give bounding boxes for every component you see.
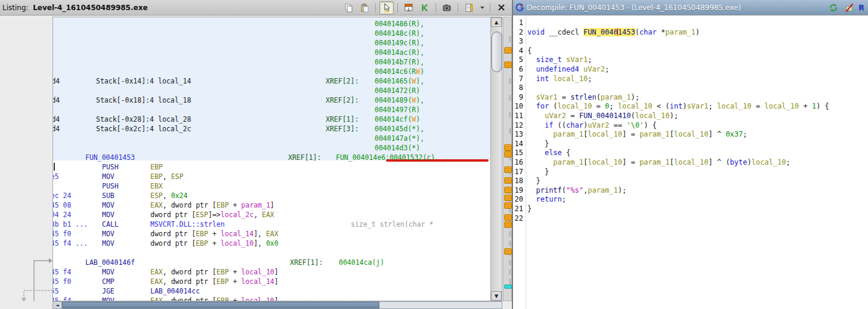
listing-row[interactable]: 0040145783 ec 24SUBESP, 0x24 <box>53 191 490 200</box>
code-compare-icon[interactable] <box>418 1 432 14</box>
bookmark-icon[interactable] <box>504 61 512 68</box>
paste-icon[interactable] <box>357 1 372 14</box>
bookmark-icon[interactable] <box>504 144 512 151</box>
decompiler-line[interactable]: 16 param_1[local_10] = param_1[local_10]… <box>513 157 868 167</box>
horizontal-scroll-thumb[interactable] <box>62 302 379 308</box>
listing-row[interactable]: 0040146589 45 f0MOVdword ptr [EBP + loca… <box>53 229 490 239</box>
decompiler-line[interactable]: 15 else { <box>513 148 868 157</box>
listing-row[interactable]: 004014ac(R), <box>53 48 490 57</box>
decompiler-line[interactable]: 10 for (local_10 = 0; local_10 < (int)sV… <box>513 101 868 111</box>
listing-row[interactable]: undefined4Stack[-0x18]:4local_18XREF[2]:… <box>53 95 490 105</box>
decompiler-line[interactable]: 3 <box>513 36 868 46</box>
listing-titlebar[interactable]: Listing: Level-4_1610450489985.exe <box>0 0 512 16</box>
bookmark-icon[interactable] <box>504 151 512 157</box>
partial-r-icon[interactable]: R <box>858 1 864 14</box>
bookmark-icon[interactable] <box>504 221 512 228</box>
refresh-icon[interactable] <box>826 1 841 14</box>
bookmark-icon[interactable] <box>504 177 512 184</box>
bookmark-icon[interactable] <box>504 248 512 255</box>
decompiler-line[interactable]: 5 size_t sVar1; <box>513 55 868 64</box>
decompiler-code-view[interactable]: 12void __cdecl FUN_00401453(char *param_… <box>513 16 868 309</box>
toolbar-separator <box>458 3 458 13</box>
decompiler-line[interactable]: 6 undefined4 uVar2; <box>513 64 868 74</box>
listing-row[interactable]: 004014c6(RW) <box>53 67 490 76</box>
close-icon[interactable] <box>494 1 508 14</box>
listing-row[interactable]: 0040146f8b 45 f4MOVEAX, dword ptr [EBP +… <box>53 267 490 277</box>
listing-row[interactable]: 004014d3(*) <box>53 143 490 153</box>
line-number: 22 <box>513 214 523 223</box>
bookmark-icon[interactable] <box>504 194 512 201</box>
line-number: 18 <box>513 176 523 186</box>
decompiler-title: Decompile: FUN_00401453 - (Level-4_16104… <box>524 4 741 12</box>
listing-row[interactable]: 0040145489 e5MOVEBP, ESP <box>53 172 490 181</box>
bookmark-icon[interactable] <box>504 47 512 54</box>
listing-row[interactable]: 0040145653PUSHEBX <box>53 181 490 191</box>
listing-row[interactable]: 00401472(R) <box>53 86 490 95</box>
decompiler-line[interactable]: 20 return; <box>513 194 868 204</box>
listing-view[interactable]: 00401486(R),0040148c(R),0040149c(R),0040… <box>52 17 490 301</box>
bookmark-icon[interactable] <box>504 214 512 221</box>
bookmark-notes-icon[interactable] <box>462 1 476 14</box>
decompiler-line[interactable]: 14 } <box>513 139 868 149</box>
listing-vertical-scrollbar[interactable]: ▲ ▼ <box>490 17 502 301</box>
listing-row[interactable]: undefined4Stack[-0x14]:4local_14XREF[2]:… <box>53 76 490 86</box>
scroll-up-icon[interactable]: ▲ <box>491 17 502 27</box>
decompiler-line[interactable]: 13 param_1[local_10] = param_1[local_10]… <box>513 129 868 139</box>
decompiler-line[interactable]: 12 if ((char)uVar2 == '\0') { <box>513 120 868 130</box>
listing-row[interactable]: 004014778b 45 f4MOVEAX, dword ptr [EBP +… <box>53 296 490 301</box>
listing-horizontal-scrollbar[interactable]: ◄ <box>52 301 502 309</box>
listing-row[interactable]: 00401497(R) <box>53 105 490 115</box>
listing-row[interactable]: 0040148c(R), <box>53 29 490 38</box>
decompiler-line[interactable]: 1 <box>513 18 868 27</box>
scroll-down-icon[interactable]: ▼ <box>491 291 502 301</box>
decompiler-line[interactable]: 19 printf("%s",param_1); <box>513 186 868 195</box>
listing-row[interactable]: 0040145a8b 45 08MOVEAX, dword ptr [EBP +… <box>53 200 490 210</box>
decompiler-titlebar[interactable]: Decompile: FUN_00401453 - (Level-4_16104… <box>513 0 868 16</box>
line-number: 21 <box>513 204 523 214</box>
scroll-left-icon[interactable]: ◄ <box>53 302 62 308</box>
decompiler-line[interactable]: 7 int local_10; <box>513 74 868 84</box>
cursor-arrow-icon[interactable] <box>379 1 394 14</box>
bookmark-marker-strip[interactable] <box>503 17 512 301</box>
listing-row[interactable]: undefined4Stack[-0x2c]:4local_2cXREF[3]:… <box>53 124 490 134</box>
decompiler-line[interactable]: 9 sVar1 = strlen(param_1); <box>513 92 868 102</box>
listing-row[interactable]: 0040145355PUSHEBP <box>53 162 490 172</box>
listing-row[interactable]: LAB_0040146fXREF[1]:004014ca(j) <box>53 258 490 267</box>
listing-title-label: Listing: <box>2 4 29 12</box>
bookmark-icon[interactable] <box>504 166 512 173</box>
decompiler-line[interactable]: 21} <box>513 204 868 214</box>
decompiler-line[interactable]: 17 } <box>513 167 868 177</box>
listing-row[interactable]: 00401468c7 45 f4 ...MOVdword ptr [EBP + … <box>53 239 490 248</box>
listing-row[interactable]: 004014757d 55JGELAB_004014cc <box>53 286 490 296</box>
listing-row[interactable]: 0040149c(R), <box>53 38 490 48</box>
listing-row[interactable]: FUN_00401453XREF[1]:FUN_004014e6:0040153… <box>53 153 490 162</box>
decompiler-line[interactable]: 4{ <box>513 46 868 55</box>
listing-row[interactable]: 0040147a(*), <box>53 134 490 143</box>
bookmark-icon[interactable] <box>504 187 512 193</box>
listing-row[interactable]: 004014b7(R), <box>53 57 490 67</box>
dropdown-caret-icon[interactable] <box>478 1 486 14</box>
decompiler-line[interactable]: 22 <box>513 214 868 223</box>
vertical-scroll-thumb[interactable] <box>492 32 502 72</box>
camera-icon[interactable] <box>440 1 454 14</box>
decompiler-line[interactable]: 18 } <box>513 176 868 186</box>
listing-row[interactable]: 00401460e8 8b b1 ...CALLMSVCRT.DLL::strl… <box>53 220 490 229</box>
toolbar-separator <box>397 3 398 13</box>
listing-title-filename: Level-4_1610450489985.exe <box>33 4 147 12</box>
listing-row[interactable]: 00401486(R), <box>53 19 490 29</box>
snapshot-window-icon[interactable] <box>401 1 416 14</box>
decompiler-line[interactable]: 2void __cdecl FUN_00401453(char *param_1… <box>513 27 868 37</box>
line-number: 1 <box>513 18 523 27</box>
bookmark-icon[interactable] <box>504 202 512 209</box>
no-highlight-icon[interactable] <box>842 1 857 14</box>
decompiler-line[interactable]: 11 uVar2 = FUN_00401410(local_10); <box>513 111 868 120</box>
line-number: 7 <box>513 74 523 84</box>
listing-row[interactable]: 004014723b 45 f0CMPEAX, dword ptr [EBP +… <box>53 277 490 286</box>
listing-row[interactable]: 0040145d89 04 24MOVdword ptr [ESP]=>loca… <box>53 210 490 220</box>
line-number: 5 <box>513 55 523 64</box>
copy-icon[interactable] <box>341 1 356 14</box>
listing-row[interactable]: undefined4Stack[-0x28]:4local_28XREF[1]:… <box>53 115 490 124</box>
toolbar-separator <box>375 3 376 13</box>
bookmark-icon[interactable] <box>504 285 512 289</box>
decompiler-line[interactable]: 8 <box>513 83 868 92</box>
